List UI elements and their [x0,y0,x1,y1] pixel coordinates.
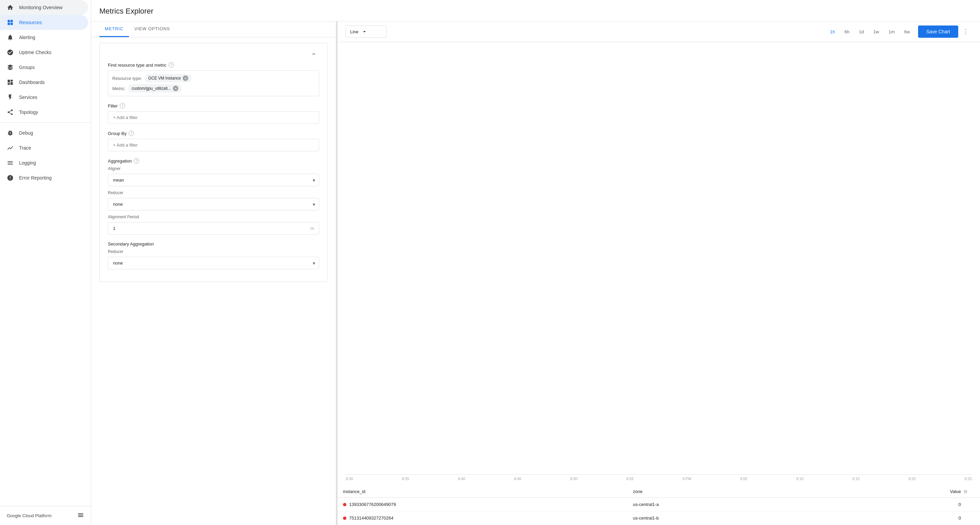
resource-chip-close[interactable]: ✕ [183,76,188,81]
find-resource-group: Find resource type and metric ? Resource… [108,62,319,96]
home-icon [7,4,14,11]
col-zone: zone [633,489,923,494]
instance-cell-0: 1393306776200649079 [343,502,633,507]
time-btn-6h[interactable]: 6h [840,27,853,37]
filter-label: Filter ? [108,103,319,108]
zone-1: us-central1-b [633,515,923,520]
time-btn-6w[interactable]: 6w [900,27,914,37]
tab-view-options[interactable]: VIEW OPTIONS [129,21,176,37]
bell-icon [7,34,14,41]
sidebar: Monitoring Overview Resources Alerting U… [0,0,91,525]
check-circle-icon [7,49,14,56]
resource-type-label: Resource type: [112,76,142,81]
sidebar-label: Topology [19,109,38,115]
reducer-select-wrapper: none sum min max [108,198,319,211]
group-by-input[interactable] [108,139,319,151]
group-by-label: Group By ? [108,130,319,136]
chart-type-label: Line [350,29,359,34]
sidebar-item-debug[interactable]: Debug [0,125,88,140]
table-row: 751314409327270264 us-central1-b 0 [337,511,980,525]
group-by-help-icon[interactable]: ? [129,130,134,136]
share-icon [7,109,14,116]
value-0: 0 [923,502,964,507]
aggregation-group: Aggregation ? Aligner mean sum min max [108,158,319,235]
find-resource-label: Find resource type and metric ? [108,62,319,68]
alignment-period-input[interactable]: 1 m [108,222,319,235]
lightning-icon [7,94,14,101]
sidebar-item-monitoring-overview[interactable]: Monitoring Overview [0,0,88,15]
bug-icon [7,130,14,136]
alignment-period-label: Alignment Period [108,214,319,219]
aligner-select-wrapper: mean sum min max count [108,174,319,186]
page-header: Metrics Explorer [91,0,980,21]
metric-row: Metric: custom/gpu_utilizati... ✕ [112,84,315,92]
sidebar-collapse-icon[interactable] [77,512,84,520]
time-btn-1d[interactable]: 1d [855,27,868,37]
activity-icon [7,144,14,151]
more-options-button[interactable]: ⋮ [959,25,972,38]
sidebar-item-uptime-checks[interactable]: Uptime Checks [0,45,88,60]
chart-type-select[interactable]: Line [346,25,387,38]
sidebar-item-groups[interactable]: Groups [0,60,88,75]
tabs-bar: METRIC VIEW OPTIONS [91,21,336,37]
zone-0: us-central1-a [633,502,923,507]
find-resource-help-icon[interactable]: ? [169,62,174,68]
resource-type-chip[interactable]: GCE VM Instance ✕ [145,74,192,82]
sidebar-item-logging[interactable]: Logging [0,155,88,170]
metric-label: Metric: [112,86,126,91]
layers-icon [7,64,14,71]
dashboard-icon [7,79,14,86]
google-cloud-text: Google Cloud Platform [7,513,52,518]
sidebar-label: Groups [19,65,35,70]
filter-help-icon[interactable]: ? [120,103,125,108]
secondary-aggregation-group: Secondary Aggregation Reducer none sum [108,241,319,269]
chart-x-axis: 8:30 8:35 8:40 8:45 8:50 8:55 9 PM 9:05 … [346,475,972,483]
metric-chip[interactable]: custom/gpu_utilizati... ✕ [128,84,182,92]
sidebar-item-trace[interactable]: Trace [0,140,88,155]
aligner-select[interactable]: mean sum min max count [108,174,319,186]
filter-input[interactable] [108,111,319,124]
sidebar-divider [0,122,91,123]
time-btn-1w[interactable]: 1w [869,27,883,37]
sidebar-item-alerting[interactable]: Alerting [0,30,88,45]
sidebar-label: Logging [19,160,36,166]
sidebar-item-error-reporting[interactable]: Error Reporting [0,170,88,185]
sidebar-item-dashboards[interactable]: Dashboards [0,75,88,90]
instance-id-1: 751314409327270264 [349,515,393,520]
time-btn-1m[interactable]: 1m [885,27,899,37]
collapse-button[interactable] [308,49,319,60]
right-panel: Line 1h 6h 1d 1w 1m 6w Save Chart ⋮ [337,21,980,525]
sidebar-label: Monitoring Overview [19,5,63,10]
time-btn-1h[interactable]: 1h [826,27,839,37]
content-area: METRIC VIEW OPTIONS Find resource type a… [91,21,980,525]
table-header: instance_id zone Value ⊞ [337,485,980,498]
sidebar-label: Trace [19,145,31,151]
sidebar-item-services[interactable]: Services [0,90,88,105]
value-1: 0 [923,515,964,520]
grid-icon [7,19,14,26]
metric-chip-close[interactable]: ✕ [173,86,178,91]
aligner-label: Aligner [108,166,319,171]
row-dot-0 [343,503,347,506]
data-table: instance_id zone Value ⊞ 139330677620064… [337,485,980,525]
reducer-select[interactable]: none sum min max [108,198,319,211]
sidebar-label: Debug [19,130,33,136]
aggregation-help-icon[interactable]: ? [134,158,139,163]
sidebar-item-topology[interactable]: Topology [0,105,88,120]
chart-area: 8:30 8:35 8:40 8:45 8:50 8:55 9 PM 9:05 … [337,42,980,483]
google-cloud-logo: Google Cloud Platform [7,513,52,518]
tab-metric[interactable]: METRIC [99,21,129,37]
chart-canvas [346,42,972,475]
page-title: Metrics Explorer [99,7,972,16]
save-chart-button[interactable]: Save Chart [918,25,958,38]
sidebar-label: Services [19,95,37,100]
sidebar-item-resources[interactable]: Resources [0,15,88,30]
col-grid: ⊞ [964,489,975,494]
group-by-group: Group By ? [108,130,319,151]
sidebar-footer: Google Cloud Platform [0,506,91,525]
list-icon [7,159,14,166]
secondary-reducer-select[interactable]: none sum [108,257,319,269]
aggregation-label: Aggregation ? [108,158,319,163]
col-value: Value [923,489,964,494]
table-row: 1393306776200649079 us-central1-a 0 [337,498,980,511]
